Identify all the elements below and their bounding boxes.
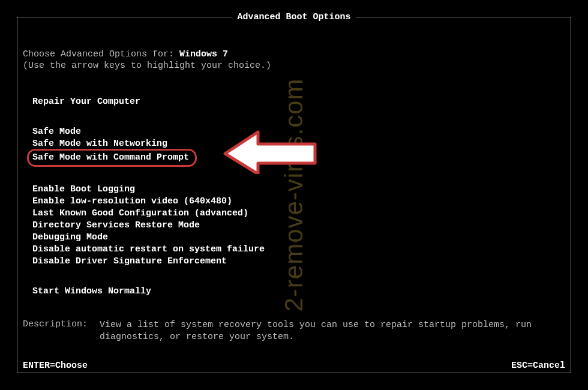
description-block: Description: View a list of system recov… bbox=[23, 319, 565, 343]
menu-item-safe-mode-command-prompt[interactable]: Safe Mode with Command Prompt bbox=[27, 149, 197, 167]
menu-group-repair: Repair Your Computer bbox=[32, 96, 565, 108]
menu-item-safe-mode[interactable]: Safe Mode bbox=[32, 126, 565, 138]
page-title: Advanced Boot Options bbox=[232, 12, 355, 22]
menu-group-advanced: Enable Boot Logging Enable low-resolutio… bbox=[32, 184, 565, 268]
menu-item-last-known-good[interactable]: Last Known Good Configuration (advanced) bbox=[32, 208, 565, 220]
footer-hints: ENTER=Choose ESC=Cancel bbox=[23, 361, 565, 371]
description-text: View a list of system recovery tools you… bbox=[100, 319, 565, 343]
menu-item-directory-services-restore[interactable]: Directory Services Restore Mode bbox=[32, 220, 565, 232]
menu-item-safe-mode-networking[interactable]: Safe Mode with Networking bbox=[32, 138, 565, 150]
menu-group-normal: Start Windows Normally bbox=[32, 286, 565, 298]
enter-hint: ENTER=Choose bbox=[23, 361, 88, 371]
menu-item-repair-computer[interactable]: Repair Your Computer bbox=[32, 96, 565, 108]
menu-item-disable-auto-restart[interactable]: Disable automatic restart on system fail… bbox=[32, 244, 565, 256]
arrow-keys-hint: (Use the arrow keys to highlight your ch… bbox=[23, 61, 565, 71]
choose-prefix: Choose Advanced Options for: bbox=[23, 49, 179, 59]
menu-item-disable-driver-signature[interactable]: Disable Driver Signature Enforcement bbox=[32, 256, 565, 268]
os-name: Windows 7 bbox=[179, 49, 228, 59]
menu-item-start-normally[interactable]: Start Windows Normally bbox=[32, 286, 565, 298]
menu-item-boot-logging[interactable]: Enable Boot Logging bbox=[32, 184, 565, 196]
choose-line: Choose Advanced Options for: Windows 7 bbox=[23, 49, 565, 59]
esc-hint: ESC=Cancel bbox=[511, 361, 565, 371]
menu-item-debugging-mode[interactable]: Debugging Mode bbox=[32, 232, 565, 244]
menu-item-low-res-video[interactable]: Enable low-resolution video (640x480) bbox=[32, 196, 565, 208]
menu-group-safemode: Safe Mode Safe Mode with Networking Safe… bbox=[32, 126, 565, 166]
description-label: Description: bbox=[23, 319, 100, 343]
content-area: Choose Advanced Options for: Windows 7 (… bbox=[23, 49, 565, 298]
